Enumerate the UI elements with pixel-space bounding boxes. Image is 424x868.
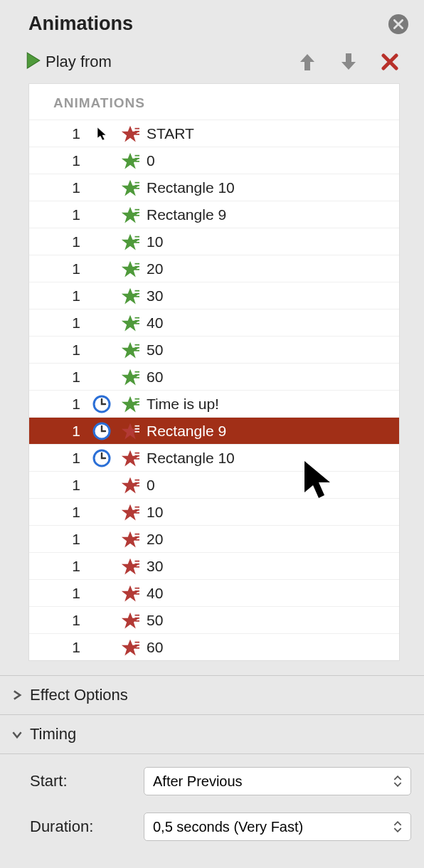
duration-label: Duration: — [30, 817, 144, 836]
star-red-icon — [116, 611, 144, 630]
animation-row[interactable]: 1 40 — [29, 309, 399, 336]
star-red-icon — [116, 422, 144, 440]
animation-list-header: ANIMATIONS — [29, 84, 399, 120]
row-number: 1 — [29, 152, 88, 169]
star-green-icon — [116, 368, 144, 386]
row-label: 60 — [144, 369, 392, 386]
row-label: 30 — [144, 287, 392, 305]
animation-row[interactable]: 1 50 — [29, 336, 399, 363]
start-select[interactable]: After Previous — [144, 767, 411, 795]
animation-row[interactable]: 1 10 — [29, 228, 399, 255]
row-label: 10 — [144, 504, 392, 521]
row-number: 1 — [29, 125, 88, 142]
star-red-icon — [116, 476, 144, 494]
row-number: 1 — [29, 477, 88, 494]
animation-row[interactable]: 1 20 — [29, 525, 399, 552]
star-green-icon — [116, 152, 144, 170]
star-green-icon — [116, 341, 144, 359]
row-number: 1 — [29, 179, 88, 196]
duration-select[interactable]: 0,5 seconds (Very Fast) — [144, 813, 411, 841]
star-green-icon — [116, 260, 144, 278]
row-number: 1 — [29, 423, 88, 440]
star-red-icon — [116, 557, 144, 576]
row-label: 0 — [144, 477, 392, 494]
star-green-icon — [116, 206, 144, 224]
chevron-right-icon — [11, 689, 23, 701]
animation-row[interactable]: 1 60 — [29, 363, 399, 390]
row-label: 40 — [144, 314, 392, 332]
timing-section[interactable]: Timing — [0, 715, 424, 754]
star-green-icon — [116, 395, 144, 413]
move-down-button[interactable] — [340, 52, 357, 72]
row-label: 0 — [144, 152, 392, 169]
animation-row[interactable]: 1 10 — [29, 498, 399, 525]
animation-list[interactable]: ANIMATIONS 1 START1 01 Rectangle 101 Rec… — [28, 83, 400, 661]
animation-row[interactable]: 1 0 — [29, 147, 399, 174]
row-number: 1 — [29, 639, 88, 656]
star-red-icon — [116, 584, 144, 603]
effect-options-section[interactable]: Effect Options — [0, 676, 424, 715]
star-red-icon — [116, 638, 144, 657]
cursor-icon — [88, 127, 116, 141]
animation-row[interactable]: 1 0 — [29, 471, 399, 498]
stepper-icon — [393, 816, 406, 837]
row-number: 1 — [29, 233, 88, 250]
delete-button[interactable] — [381, 53, 398, 70]
row-label: 60 — [144, 639, 392, 656]
row-label: Rectangle 10 — [144, 179, 392, 196]
animation-row[interactable]: 1 50 — [29, 606, 399, 633]
animation-row[interactable]: 1 START — [29, 120, 399, 147]
row-number: 1 — [29, 504, 88, 521]
row-number: 1 — [29, 585, 88, 602]
row-number: 1 — [29, 314, 88, 332]
row-label: START — [144, 125, 392, 142]
star-green-icon — [116, 179, 144, 197]
row-label: 40 — [144, 585, 392, 602]
play-from-button[interactable]: Play from — [26, 52, 112, 72]
animation-row[interactable]: 1 60 — [29, 633, 399, 660]
animation-row[interactable]: 1 30 — [29, 552, 399, 579]
animation-row[interactable]: 1 Rectangle 10 — [29, 174, 399, 201]
move-up-button[interactable] — [299, 52, 316, 72]
chevron-down-icon — [11, 729, 23, 740]
row-number: 1 — [29, 396, 88, 413]
row-number: 1 — [29, 287, 88, 305]
duration-value: 0,5 seconds (Very Fast) — [153, 819, 303, 835]
animation-row[interactable]: 1 Rectangle 10 — [29, 444, 399, 471]
star-red-icon — [116, 449, 144, 467]
row-label: Time is up! — [144, 396, 392, 413]
row-number: 1 — [29, 206, 88, 223]
start-label: Start: — [30, 772, 144, 790]
row-label: 50 — [144, 342, 392, 359]
star-red-icon — [116, 530, 144, 549]
stepper-icon — [393, 771, 406, 792]
row-number: 1 — [29, 342, 88, 359]
animation-row[interactable]: 1 Time is up! — [29, 390, 399, 417]
clock-icon — [88, 449, 116, 467]
row-label: 20 — [144, 531, 392, 548]
row-label: Rectangle 9 — [144, 206, 392, 223]
row-label: Rectangle 9 — [144, 423, 392, 440]
star-green-icon — [116, 314, 144, 332]
timing-label: Timing — [30, 725, 76, 743]
close-panel-button[interactable] — [388, 14, 408, 34]
panel-title: Animations — [28, 13, 133, 35]
clock-icon — [88, 422, 116, 440]
animation-row[interactable]: 1 20 — [29, 255, 399, 282]
star-red-icon — [116, 125, 144, 143]
row-label: 20 — [144, 260, 392, 277]
row-label: 50 — [144, 612, 392, 629]
animation-row[interactable]: 1 Rectangle 9 — [29, 201, 399, 228]
row-label: Rectangle 10 — [144, 450, 392, 467]
row-number: 1 — [29, 369, 88, 386]
row-number: 1 — [29, 260, 88, 277]
row-number: 1 — [29, 558, 88, 575]
animation-row[interactable]: 1 30 — [29, 282, 399, 309]
play-icon — [26, 52, 41, 72]
animation-row[interactable]: 1 Rectangle 9 — [29, 417, 399, 444]
animation-row[interactable]: 1 40 — [29, 579, 399, 606]
row-number: 1 — [29, 531, 88, 548]
play-from-label: Play from — [46, 53, 112, 71]
effect-options-label: Effect Options — [30, 686, 128, 704]
row-number: 1 — [29, 612, 88, 629]
